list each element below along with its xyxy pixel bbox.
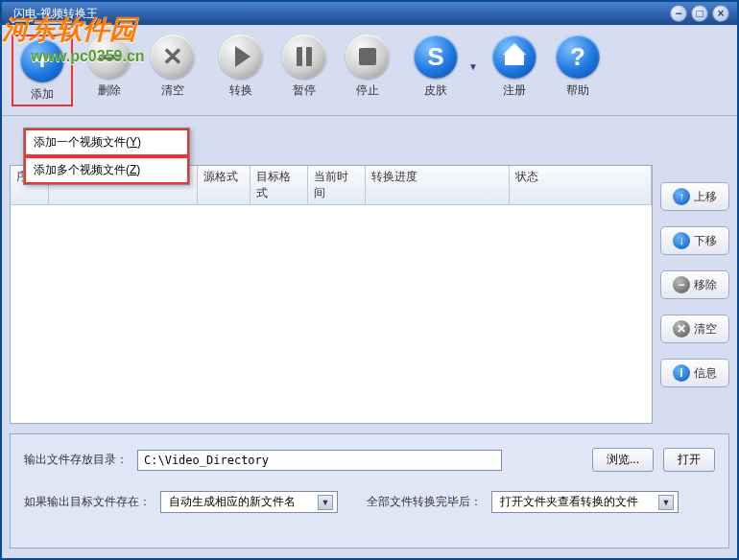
pause-label: 暂停 xyxy=(293,82,316,99)
clear-list-button[interactable]: ✕清空 xyxy=(660,315,729,343)
chevron-down-icon: ▼ xyxy=(658,495,674,510)
x-circle-icon: ✕ xyxy=(673,320,690,338)
stop-button[interactable]: 停止 xyxy=(341,35,394,99)
window-controls: − □ × xyxy=(670,5,729,22)
col-tgtfmt[interactable]: 目标格式 xyxy=(250,166,308,204)
exists-label: 如果输出目标文件存在： xyxy=(24,494,151,510)
title-bar: 闪电-视频转换王 xyxy=(2,2,737,25)
plus-icon: + xyxy=(35,45,50,76)
highlight-add: + 添加 xyxy=(12,35,73,106)
home-icon xyxy=(505,48,524,65)
move-down-button[interactable]: ↓下移 xyxy=(660,226,729,255)
skin-dropdown-arrow[interactable]: ▼ xyxy=(468,61,478,72)
help-label: 帮助 xyxy=(566,82,589,99)
window-title: 闪电-视频转换王 xyxy=(13,6,98,22)
maximize-button[interactable]: □ xyxy=(691,5,708,22)
register-label: 注册 xyxy=(503,82,526,99)
stop-label: 停止 xyxy=(356,82,379,99)
list-body[interactable] xyxy=(11,205,652,423)
highlight-menu-item-1: 添加一个视频文件(Y) xyxy=(24,128,189,156)
side-buttons: ↑上移 ↓下移 −移除 ✕清空 i信息 xyxy=(660,165,729,424)
remove-button[interactable]: 删除 xyxy=(83,35,136,106)
skin-button[interactable]: S 皮肤 xyxy=(409,35,463,99)
minimize-button[interactable]: − xyxy=(670,5,687,22)
open-button[interactable]: 打开 xyxy=(663,448,715,472)
skin-icon: S xyxy=(427,42,443,72)
info-button[interactable]: i信息 xyxy=(660,359,729,387)
file-list: 序号 视频源文件 源格式 目标格式 当前时间 转换进度 状态 xyxy=(10,165,653,424)
info-icon: i xyxy=(673,364,690,382)
highlight-menu-item-2: 添加多个视频文件(Z) xyxy=(24,156,189,184)
output-settings-panel: 输出文件存放目录： C:\Video_Directory 浏览... 打开 如果… xyxy=(10,433,729,548)
col-time[interactable]: 当前时间 xyxy=(308,166,366,204)
add-label: 添加 xyxy=(31,86,54,103)
pause-button[interactable]: 暂停 xyxy=(277,35,331,99)
col-progress[interactable]: 转换进度 xyxy=(366,166,510,204)
add-button[interactable]: + 添加 xyxy=(15,38,69,103)
minus-icon xyxy=(99,55,120,59)
close-window-button[interactable]: × xyxy=(712,5,729,22)
register-button[interactable]: 注册 xyxy=(488,35,541,99)
skin-label: 皮肤 xyxy=(424,82,447,99)
play-icon xyxy=(235,46,250,67)
browse-button[interactable]: 浏览... xyxy=(592,448,654,472)
move-up-button[interactable]: ↑上移 xyxy=(660,182,729,211)
convert-label: 转换 xyxy=(229,82,252,99)
col-srcfmt[interactable]: 源格式 xyxy=(198,166,250,204)
after-combo[interactable]: 打开文件夹查看转换的文件 ▼ xyxy=(491,491,679,513)
clear-label: 清空 xyxy=(161,82,184,99)
arrow-down-icon: ↓ xyxy=(673,232,690,249)
main-toolbar: + 添加 删除 ✕ 清空 转换 暂停 xyxy=(2,25,737,116)
after-label: 全部文件转换完毕后： xyxy=(367,494,482,510)
minus-circle-icon: − xyxy=(673,276,690,293)
outdir-label: 输出文件存放目录： xyxy=(24,452,128,468)
convert-button[interactable]: 转换 xyxy=(214,35,268,99)
remove-item-button[interactable]: −移除 xyxy=(660,270,729,299)
stop-icon xyxy=(359,48,376,65)
help-button[interactable]: ? 帮助 xyxy=(551,35,605,99)
exists-combo[interactable]: 自动生成相应的新文件名 ▼ xyxy=(160,491,338,513)
menu-add-single[interactable]: 添加一个视频文件(Y) xyxy=(26,130,187,154)
pause-icon xyxy=(297,47,312,66)
remove-label: 删除 xyxy=(98,82,121,99)
arrow-up-icon: ↑ xyxy=(673,188,690,205)
add-context-menu: 添加一个视频文件(Y) 添加多个视频文件(Z) xyxy=(23,128,190,185)
chevron-down-icon: ▼ xyxy=(318,495,333,510)
col-state[interactable]: 状态 xyxy=(510,166,652,204)
outdir-input[interactable]: C:\Video_Directory xyxy=(137,450,502,471)
clear-button[interactable]: ✕ 清空 xyxy=(146,35,200,106)
x-icon: ✕ xyxy=(162,42,183,72)
help-icon: ? xyxy=(570,42,585,72)
menu-add-multiple[interactable]: 添加多个视频文件(Z) xyxy=(26,158,187,182)
